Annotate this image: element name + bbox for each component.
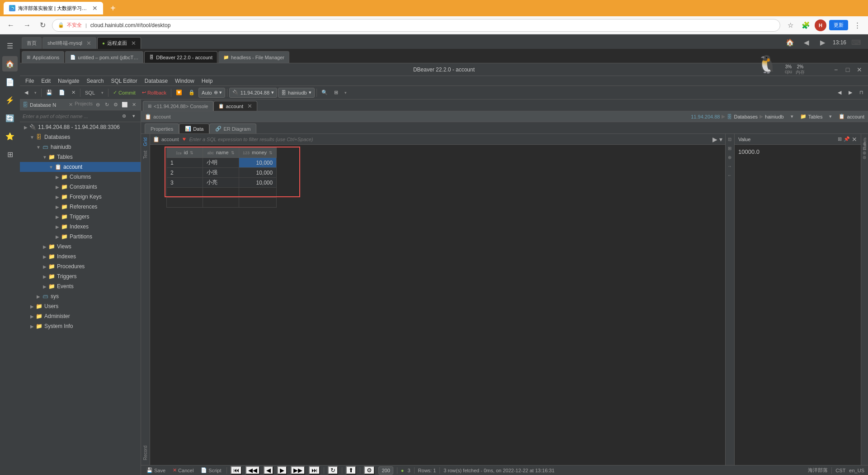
col-header-name[interactable]: abc name ⇅ <box>203 147 239 158</box>
db-nav-settings[interactable]: ⚙ <box>112 101 120 109</box>
tree-item-databases[interactable]: ▼ 🗄 Databases <box>20 132 141 142</box>
tree-item-partitions[interactable]: ▶ 📁 Partitions <box>20 232 141 242</box>
db-nav-maximize[interactable]: ⬜ <box>121 101 129 109</box>
table-row-2[interactable]: 2 小强 10,000 <box>167 168 277 178</box>
dbeaver-tab-apps[interactable]: ⊞ Applications <box>22 51 64 63</box>
toolbar-back-dropdown[interactable] <box>32 87 39 98</box>
menu-help[interactable]: Help <box>198 77 217 85</box>
status-cancel-btn[interactable]: ✕ Cancel <box>171 467 195 473</box>
db-nav-close-btn[interactable]: ✕ <box>130 101 138 109</box>
sidebar-menu-btn[interactable]: ☰ <box>2 38 18 53</box>
sidebar-grid-btn[interactable]: ⊞ <box>2 147 18 162</box>
toolbar-search-btn[interactable]: 🔍 <box>319 87 330 98</box>
toolbar-auto-dropdown[interactable]: Auto ⊕ ▾ <box>198 88 225 98</box>
tree-item-users[interactable]: ▶ 📁 Users <box>20 301 141 311</box>
menu-btn[interactable]: ⋮ <box>851 19 863 32</box>
user-avatar[interactable]: H <box>815 19 826 31</box>
toolbar-sql-dropdown[interactable] <box>99 87 106 98</box>
rows-limit-display[interactable]: 200 <box>378 466 393 475</box>
menu-window[interactable]: Window <box>171 77 198 85</box>
panel-btn-2[interactable]: ⊞ <box>726 145 734 152</box>
toolbar-commit-btn[interactable]: ✓ Commit <box>110 87 138 98</box>
app-tab-remote-close[interactable]: ✕ <box>131 40 136 47</box>
app-tab-remote[interactable]: ● 远程桌面 ✕ <box>97 37 141 49</box>
filter-clear-btn[interactable]: ▾ <box>719 136 722 143</box>
tree-item-events[interactable]: ▶ 📁 Events <box>20 281 141 291</box>
cell-name-2[interactable]: 小强 <box>203 168 239 178</box>
sidebar-refresh-btn[interactable]: 🔄 <box>2 110 18 126</box>
toolbar-rollback-btn[interactable]: ↩ Rollback <box>139 87 169 98</box>
toolbar-save-btn[interactable]: 💾 <box>43 87 55 98</box>
inner-tab-er[interactable]: 🔗 ER Diagram <box>209 124 256 133</box>
cell-id-2[interactable]: 2 <box>167 168 203 178</box>
col-header-money[interactable]: 123 money ⇅ <box>239 147 277 158</box>
toolbar-back-btn[interactable]: ◀ <box>22 87 31 98</box>
address-bar[interactable]: 🔒 不安全 | cloud.hainiubl.com/#/tool/deskto… <box>52 19 780 32</box>
tree-item-db-triggers[interactable]: ▶ 📁 Triggers <box>20 271 141 281</box>
star-btn[interactable]: ☆ <box>784 19 797 32</box>
status-nav-next[interactable]: ▶ <box>277 466 287 475</box>
app-tab-shell[interactable]: shell终端-mysql ✕ <box>42 37 96 49</box>
bc-tables-dropdown[interactable]: ▾ <box>824 113 837 121</box>
cell-name-1[interactable]: 小明 <box>203 158 239 168</box>
toolbar-r2[interactable]: ▶ <box>846 87 855 98</box>
inner-tab-data[interactable]: 📊 Data <box>179 124 209 133</box>
toolbar-filter-btn[interactable]: 🔽 <box>173 87 185 98</box>
tree-item-tables[interactable]: ▼ 📁 Tables <box>20 152 141 162</box>
back-btn[interactable]: ← <box>5 20 17 30</box>
status-nav-last[interactable]: ⏭ <box>309 466 320 475</box>
panel-btn-4[interactable]: ↑ <box>726 163 734 170</box>
value-panel-close-btn[interactable]: ✕ <box>852 136 857 143</box>
refresh-btn[interactable]: ↻ <box>37 20 48 30</box>
value-panel-icons[interactable]: ⊞ <box>838 136 842 142</box>
tree-item-indexes[interactable]: ▶ 📁 Indexes <box>20 222 141 232</box>
extensions-btn[interactable]: 🧩 <box>799 19 812 32</box>
db-nav-collapse[interactable]: ⊖ <box>94 101 102 109</box>
status-export-btn[interactable]: ⬆ <box>346 466 356 475</box>
bc-dropdown[interactable]: ▾ <box>786 113 798 121</box>
panel-btn-3[interactable]: ⊕ <box>726 154 734 161</box>
table-row-1[interactable]: 1 小明 10,000 <box>167 158 277 168</box>
db-nav-refresh[interactable]: ↻ <box>103 101 111 109</box>
status-nav-prev[interactable]: ◀ <box>264 466 274 475</box>
dbeaver-tab-files[interactable]: 📁 headless - File Manager <box>218 51 289 63</box>
toolbar-r3[interactable]: ⊓ <box>857 87 866 98</box>
editor-tab-console[interactable]: ⊞ <11.94.204.88> Console <box>143 101 213 111</box>
cell-money-1[interactable]: 10,000 <box>239 158 277 168</box>
db-search-filter[interactable]: ⊕ <box>120 112 128 120</box>
tree-item-columns[interactable]: ▶ 📁 Columns <box>20 172 141 182</box>
status-nav-first[interactable]: ⏮ <box>231 466 242 475</box>
sidebar-docs-btn[interactable]: 📄 <box>2 74 18 90</box>
grid-label-btn[interactable]: Grid <box>142 136 149 148</box>
record-label-btn[interactable]: Record <box>142 444 149 462</box>
db-search-arrow[interactable]: ▾ <box>130 112 138 120</box>
toolbar-nav2[interactable]: ▶ <box>816 36 829 49</box>
tree-item-sysinfo[interactable]: ▶ 📁 System Info <box>20 321 141 331</box>
filter-run-btn[interactable]: ▶ <box>712 136 717 143</box>
toolbar-del-btn[interactable]: ✕ <box>69 87 78 98</box>
col-money-sort[interactable]: ⇅ <box>269 151 273 155</box>
status-save-btn[interactable]: 💾 Save <box>145 467 167 473</box>
db-search-input[interactable] <box>23 114 118 119</box>
panel-btn-1[interactable]: ⊟ <box>726 136 734 143</box>
tree-item-constraints[interactable]: ▶ 📁 Constraints <box>20 182 141 192</box>
col-name-sort[interactable]: ⇅ <box>231 151 235 155</box>
cell-money-3[interactable]: 10,000 <box>239 178 277 188</box>
toolbar-more-dropdown[interactable] <box>342 87 349 98</box>
browser-tab-active[interactable]: 🐬 海洋部落实验室 | 大数据学习云... ✕ <box>4 2 103 14</box>
toolbar-server-dropdown[interactable]: 🔌 11.94.204.88 ▾ <box>229 88 277 98</box>
menu-sql-editor[interactable]: SQL Editor <box>107 77 141 85</box>
menu-edit[interactable]: Edit <box>38 77 54 85</box>
tree-item-references[interactable]: ▶ 📁 References <box>20 202 141 212</box>
win-close[interactable]: ✕ <box>854 65 864 75</box>
col-id-sort[interactable]: ⇅ <box>190 151 193 155</box>
tab-close-btn[interactable]: ✕ <box>92 5 98 12</box>
status-settings-btn[interactable]: ⚙ <box>364 466 375 475</box>
tree-item-views[interactable]: ▶ 📁 Views <box>20 242 141 252</box>
panel-btn-5[interactable]: ↓ <box>726 172 734 179</box>
inner-tab-properties[interactable]: Properties <box>145 124 179 133</box>
app-tab-shell-close[interactable]: ✕ <box>86 40 91 47</box>
win-minimize[interactable]: − <box>831 65 841 75</box>
menu-navigate[interactable]: Navigate <box>54 77 83 85</box>
tree-item-sys[interactable]: ▶ 🗃 sys <box>20 291 141 301</box>
